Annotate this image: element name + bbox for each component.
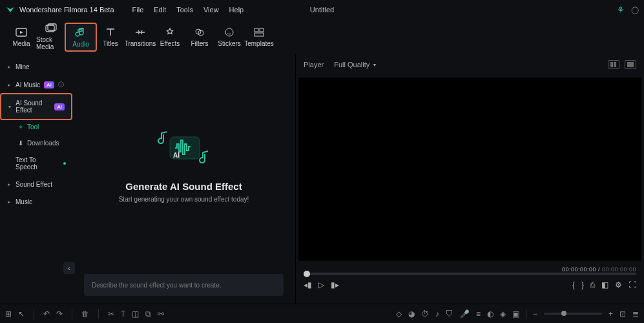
menu-bar: File Edit Tools View Help [132,6,244,14]
fit-icon[interactable]: ⊡ [619,309,626,318]
chevron-down-icon: ▾ [8,104,12,110]
quality-dropdown[interactable]: Full Quality ▾ [334,61,376,68]
svg-rect-12 [614,62,616,67]
chevron-right-icon: ▸ [6,199,12,205]
delete-icon[interactable]: 🗑 [81,309,89,318]
tab-audio[interactable]: Audio [66,24,96,50]
hero-title: Generate AI Sound Effect [125,181,242,192]
ai-badge: AI [54,103,65,110]
svg-rect-11 [610,62,613,67]
menu-edit[interactable]: Edit [154,6,166,14]
svg-text:AI: AI [173,152,180,159]
mark-in-icon[interactable]: { [572,280,575,289]
scrub-knob[interactable] [304,271,310,277]
app-name: Wondershare Filmora 14 Beta [19,6,114,14]
color-icon[interactable]: ◕ [408,309,415,318]
render-icon[interactable]: ▣ [512,309,519,318]
svg-rect-7 [260,28,264,32]
ai-badge: AI [44,81,54,89]
tab-stickers[interactable]: Stickers [214,27,244,47]
hero-subtitle: Start generating your own sound effect t… [119,196,249,203]
list-icon[interactable]: ≣ [632,309,639,318]
zoom-slider[interactable] [544,313,602,315]
tab-filters[interactable]: Filters [185,27,214,47]
timeline-toolbar: ⊞ ↖ ↶ ↷ 🗑 ✂ T ◫ ⧉ ⚯ ◇ ◕ ⏱ ♪ ⛉ 🎤 ≡ ◐ ◈ ▣ … [0,304,644,323]
crop-icon[interactable]: ◧ [601,280,608,289]
shield-icon[interactable]: ⛉ [446,309,453,318]
sidebar-sub-tool[interactable]: ✧ Tool [0,119,72,135]
text-icon[interactable]: T [121,309,125,318]
layout-grid-icon[interactable] [608,60,619,69]
svg-rect-13 [627,62,634,67]
chevron-right-icon: ▸ [6,64,12,70]
info-icon[interactable]: ⓘ [58,81,64,89]
scrub-bar[interactable] [304,273,636,275]
zoom-out-icon[interactable]: − [533,309,537,318]
crop-tool-icon[interactable]: ◫ [132,309,139,318]
sidebar-sub-downloads[interactable]: ⬇ Downloads [0,135,72,151]
ai-sound-illustration-icon: AI [152,125,216,172]
center-panel: ‹ AI Generate AI Sound Effect Start gene… [72,54,295,304]
tab-media[interactable]: Media [6,27,36,47]
speed-icon[interactable]: ⏱ [421,309,429,318]
next-frame-icon[interactable]: ▮▸ [331,280,339,289]
undo-icon[interactable]: ↶ [43,309,50,318]
mark-out-icon[interactable]: } [581,280,584,289]
menu-help[interactable]: Help [229,6,244,14]
module-tabs: Media Stock Media Audio Titles Transitio… [0,19,644,54]
preview-canvas[interactable] [298,78,641,261]
gift-icon[interactable]: ⚘ [617,5,625,15]
add-track-icon[interactable]: ⊞ [5,309,12,318]
sidebar-item-mine[interactable]: ▸ Mine [0,58,72,76]
cut-icon[interactable]: ✂ [108,309,114,318]
tab-titles[interactable]: Titles [96,27,125,47]
chevron-down-icon: ▾ [373,62,376,68]
sidebar-item-sound-effect[interactable]: ▸ Sound Effect [0,176,72,193]
ai-sound-hero: AI Generate AI Sound Effect Start genera… [119,125,249,203]
app-logo-icon [5,5,16,15]
document-title: Untitled [310,6,334,14]
mixer-icon[interactable]: ≡ [476,309,481,318]
prev-frame-icon[interactable]: ◂▮ [304,280,312,289]
gear-icon[interactable]: ⚙ [615,280,622,289]
audio-tool-icon[interactable]: ♪ [435,309,439,318]
tab-effects[interactable]: Effects [155,27,185,47]
sidebar-item-ai-sound-effect[interactable]: ▾ AI Sound Effect AI [1,94,71,119]
sound-prompt-input[interactable]: Describe the sound effect you want to cr… [84,274,284,296]
menu-view[interactable]: View [203,6,219,14]
settings-icon[interactable]: ◯ [631,6,639,14]
new-indicator-icon [63,162,66,165]
zoom-knob[interactable] [561,311,566,316]
chevron-right-icon: ▸ [6,82,12,88]
marker-icon[interactable]: ◇ [396,309,402,318]
link-icon[interactable]: ⚯ [158,309,164,318]
tab-transitions[interactable]: Transitions [125,27,155,47]
tab-templates[interactable]: Templates [244,27,274,47]
audio-sidebar: ▸ Mine ▸ AI Music AI ⓘ ▾ AI Sound Effect… [0,54,72,304]
sidebar-item-ai-music[interactable]: ▸ AI Music AI ⓘ [0,76,72,94]
menu-tools[interactable]: Tools [176,6,193,14]
menu-file[interactable]: File [132,6,144,14]
mic-icon[interactable]: 🎤 [460,309,470,318]
chevron-right-icon: ▸ [6,182,12,187]
snapshot-icon[interactable]: ⎙ [590,280,595,289]
pointer-icon[interactable]: ↖ [18,309,25,318]
zoom-in-icon[interactable]: + [608,309,613,318]
tab-stock-media[interactable]: Stock Media [36,23,66,50]
svg-point-5 [225,28,233,36]
copy-icon[interactable]: ⧉ [145,309,151,318]
sidebar-item-tts[interactable]: Text To Speech [0,151,72,176]
redo-icon[interactable]: ↷ [56,309,63,318]
preview-player: Player Full Quality ▾ 00:00:00:00 / 00:0… [295,54,644,304]
keyframe-icon[interactable]: ◈ [500,309,506,318]
sidebar-item-music[interactable]: ▸ Music [0,193,72,211]
layout-single-icon[interactable] [625,60,636,69]
title-bar: Wondershare Filmora 14 Beta File Edit To… [0,0,644,19]
svg-rect-8 [254,33,264,36]
collapse-sidebar-button[interactable]: ‹ [63,262,75,274]
fullscreen-icon[interactable]: ⛶ [628,280,636,289]
play-icon[interactable]: ▷ [318,280,324,289]
mask-icon[interactable]: ◐ [487,309,493,318]
svg-rect-6 [254,28,258,32]
download-icon: ⬇ [18,140,23,147]
